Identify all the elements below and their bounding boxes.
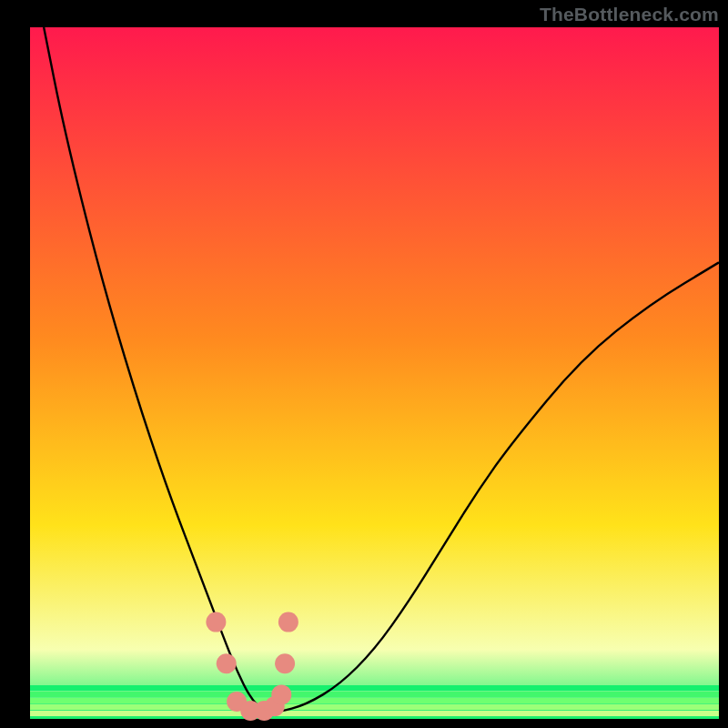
marker-dot	[278, 612, 298, 632]
marker-dot	[271, 684, 291, 704]
watermark-text: TheBottleneck.com	[540, 4, 719, 25]
marker-dot	[206, 612, 226, 632]
marker-dot	[275, 653, 295, 673]
marker-dot	[217, 653, 237, 673]
gradient-bands	[30, 688, 719, 713]
bottleneck-chart	[0, 0, 728, 728]
chart-frame: TheBottleneck.com	[0, 0, 728, 728]
plot-background	[30, 27, 719, 719]
